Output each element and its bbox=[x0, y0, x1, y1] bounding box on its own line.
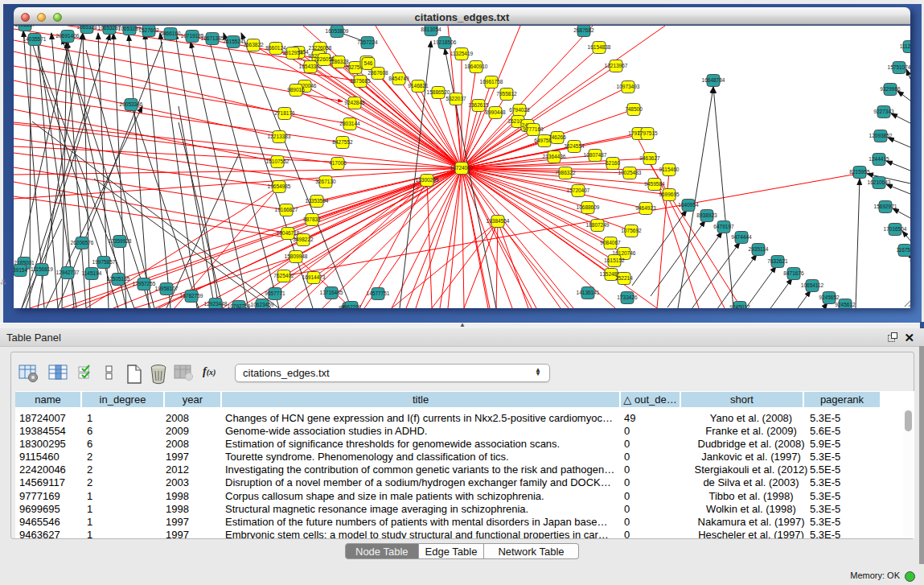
svg-text:989016: 989016 bbox=[287, 87, 305, 93]
svg-text:3267130: 3267130 bbox=[315, 179, 336, 184]
svg-text:7986322: 7986322 bbox=[555, 170, 576, 175]
svg-text:15720407: 15720407 bbox=[567, 187, 590, 193]
svg-text:19166827: 19166827 bbox=[275, 207, 298, 212]
svg-text:19654985: 19654985 bbox=[268, 183, 291, 189]
svg-text:1362615: 1362615 bbox=[468, 102, 489, 108]
svg-text:15751074: 15751074 bbox=[888, 64, 910, 70]
svg-text:546: 546 bbox=[364, 60, 373, 66]
svg-text:1112648: 1112648 bbox=[900, 43, 910, 49]
svg-text:9245652: 9245652 bbox=[819, 295, 840, 300]
svg-text:8215955: 8215955 bbox=[849, 169, 870, 175]
svg-text:7357224: 7357224 bbox=[357, 39, 378, 45]
svg-text:12213383: 12213383 bbox=[268, 134, 291, 139]
svg-text:15809948: 15809948 bbox=[285, 253, 308, 259]
svg-text:10807487: 10807487 bbox=[584, 152, 607, 158]
svg-text:9245612: 9245612 bbox=[835, 302, 856, 307]
svg-text:7515524: 7515524 bbox=[223, 39, 244, 44]
svg-text:1075692: 1075692 bbox=[621, 228, 642, 233]
svg-text:15692971: 15692971 bbox=[874, 204, 897, 209]
svg-text:9459584: 9459584 bbox=[644, 181, 665, 187]
svg-text:10688609: 10688609 bbox=[577, 204, 600, 210]
svg-text:15886520: 15886520 bbox=[427, 89, 450, 95]
svg-text:8962201: 8962201 bbox=[341, 304, 362, 308]
svg-text:16648784: 16648784 bbox=[702, 77, 725, 83]
svg-text:13353594: 13353594 bbox=[306, 198, 329, 204]
svg-text:9242848: 9242848 bbox=[344, 100, 365, 105]
svg-text:18300295: 18300295 bbox=[416, 177, 439, 183]
svg-text:17016504: 17016504 bbox=[884, 226, 907, 232]
svg-text:5322037: 5322037 bbox=[446, 96, 466, 101]
svg-text:12213967: 12213967 bbox=[605, 63, 628, 68]
svg-text:9084067: 9084067 bbox=[600, 240, 621, 245]
svg-text:8813054: 8813054 bbox=[421, 27, 441, 32]
svg-text:7955812: 7955812 bbox=[496, 91, 517, 97]
svg-text:19384554: 19384554 bbox=[487, 218, 510, 224]
svg-text:11325419: 11325419 bbox=[450, 51, 474, 56]
svg-text:746266: 746266 bbox=[548, 134, 566, 140]
svg-text:8471676: 8471676 bbox=[783, 270, 804, 276]
svg-text:17359928: 17359928 bbox=[109, 238, 132, 244]
svg-text:13716485: 13716485 bbox=[320, 290, 343, 295]
svg-text:2687682: 2687682 bbox=[573, 27, 594, 33]
svg-text:6479197: 6479197 bbox=[713, 224, 734, 229]
svg-text:1527602: 1527602 bbox=[138, 27, 159, 33]
svg-text:8427552: 8427552 bbox=[332, 139, 353, 145]
svg-text:1733426: 1733426 bbox=[617, 295, 638, 300]
svg-text:9699695: 9699695 bbox=[659, 192, 680, 197]
svg-text:1065328: 1065328 bbox=[76, 26, 97, 30]
svg-text:10623459: 10623459 bbox=[251, 302, 274, 307]
svg-text:9474444: 9474444 bbox=[731, 234, 752, 240]
svg-text:19958107: 19958107 bbox=[155, 286, 179, 291]
svg-text:10792759: 10792759 bbox=[228, 303, 251, 308]
svg-text:17957255: 17957255 bbox=[133, 281, 156, 286]
svg-text:2935114: 2935114 bbox=[749, 246, 769, 252]
svg-text:1640954: 1640954 bbox=[678, 202, 699, 208]
svg-text:1797515: 1797515 bbox=[637, 130, 658, 136]
svg-text:18807249: 18807249 bbox=[586, 222, 610, 228]
svg-text:7625402: 7625402 bbox=[273, 273, 294, 278]
svg-text:8454749: 8454749 bbox=[388, 76, 409, 81]
svg-text:9245012: 9245012 bbox=[729, 304, 750, 308]
svg-text:16671385: 16671385 bbox=[201, 35, 224, 41]
svg-text:62160: 62160 bbox=[606, 160, 620, 166]
svg-text:252214: 252214 bbox=[615, 275, 633, 281]
svg-text:116753: 116753 bbox=[896, 247, 910, 253]
svg-text:887831: 887831 bbox=[303, 216, 321, 222]
svg-text:16782759: 16782759 bbox=[180, 293, 203, 299]
svg-text:16914473: 16914473 bbox=[302, 274, 326, 280]
svg-text:748500: 748500 bbox=[625, 106, 643, 112]
svg-text:14577751: 14577751 bbox=[367, 290, 390, 296]
svg-text:8990448: 8990448 bbox=[485, 109, 506, 115]
svg-text:16961758: 16961758 bbox=[480, 79, 503, 84]
svg-text:1403557: 1403557 bbox=[14, 26, 35, 27]
svg-text:9463627: 9463627 bbox=[639, 155, 660, 161]
svg-text:12093852: 12093852 bbox=[869, 133, 893, 138]
svg-text:7663822: 7663822 bbox=[243, 42, 264, 47]
svg-text:10973493: 10973493 bbox=[617, 84, 640, 89]
svg-text:12505135: 12505135 bbox=[107, 276, 130, 282]
svg-text:12923448: 12923448 bbox=[204, 301, 228, 307]
svg-text:1145194: 1145194 bbox=[82, 270, 102, 276]
svg-text:7632621: 7632621 bbox=[767, 258, 788, 264]
svg-text:417006: 417006 bbox=[329, 160, 347, 166]
svg-text:14035571: 14035571 bbox=[23, 36, 47, 42]
svg-text:19975857: 19975857 bbox=[92, 259, 116, 265]
svg-text:9329966: 9329966 bbox=[880, 86, 901, 92]
svg-text:20053346: 20053346 bbox=[120, 101, 143, 107]
svg-text:2803144: 2803144 bbox=[339, 121, 360, 126]
svg-text:8938923: 8938923 bbox=[696, 212, 717, 218]
svg-text:16107552: 16107552 bbox=[266, 159, 290, 164]
svg-text:10654112: 10654112 bbox=[801, 282, 824, 288]
svg-text:14136141: 14136141 bbox=[577, 290, 600, 295]
svg-text:9464923: 9464923 bbox=[635, 205, 656, 211]
svg-text:18724007: 18724007 bbox=[450, 165, 474, 171]
svg-text:18640910: 18640910 bbox=[465, 64, 488, 69]
svg-text:2867608: 2867608 bbox=[368, 70, 388, 76]
svg-text:16154838: 16154838 bbox=[588, 44, 611, 50]
svg-text:11156819: 11156819 bbox=[31, 266, 53, 272]
svg-text:9146821: 9146821 bbox=[408, 83, 429, 89]
svg-text:1244415: 1244415 bbox=[869, 156, 889, 162]
svg-text:12942737: 12942737 bbox=[56, 270, 80, 275]
svg-text:3624554: 3624554 bbox=[564, 143, 585, 149]
svg-text:2226058: 2226058 bbox=[314, 56, 335, 62]
